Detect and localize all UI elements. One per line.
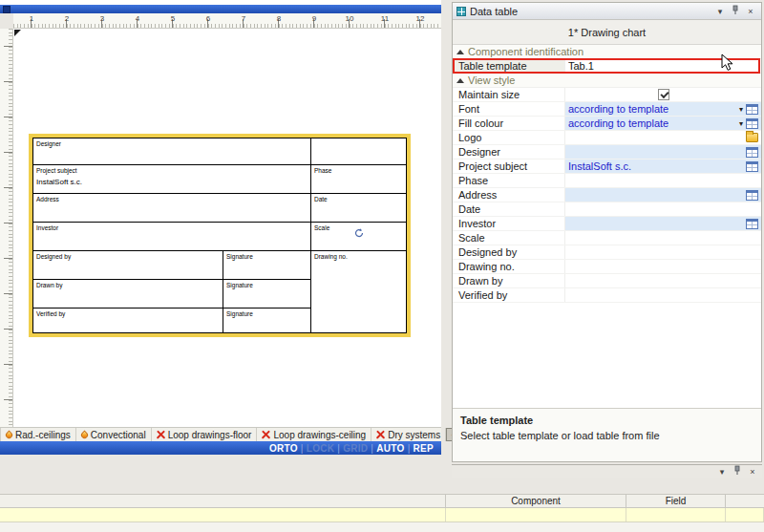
footer-description: Select table template or load table from… [460, 430, 753, 441]
ruler-number: 2 [57, 14, 76, 23]
property-value-designer[interactable] [565, 145, 761, 159]
column-header-blank [0, 495, 446, 507]
collapse-triangle-icon [456, 78, 464, 83]
property-value-scale[interactable] [565, 231, 761, 245]
table-row[interactable] [0, 508, 764, 522]
property-value-phase[interactable] [565, 174, 761, 187]
drawing-chart-object[interactable]: Designer Project subject InstalSoft s.c.… [29, 134, 411, 337]
section-header-view-style[interactable]: View style [453, 74, 761, 88]
section-header-component-identification[interactable]: Component identification [453, 45, 761, 59]
property-value-address[interactable] [565, 188, 761, 202]
chart-label: Signature [226, 310, 308, 318]
table-edit-icon[interactable] [746, 104, 758, 115]
ruler-number: 6 [199, 14, 218, 23]
status-toggle-rep[interactable]: REP [414, 443, 434, 454]
footer-title: Table template [460, 415, 753, 426]
property-row-logo: Logo [453, 131, 761, 145]
chart-cell-drawing-no: Drawing no. [311, 251, 406, 332]
toolbar-icon[interactable] [3, 6, 11, 13]
property-label: Drawn by [453, 274, 565, 287]
property-value-drawing-no[interactable] [565, 260, 761, 273]
panel-pin-icon[interactable] [729, 5, 742, 18]
chart-label: Verified by [36, 310, 220, 318]
property-value-font[interactable]: according to template▾ [565, 102, 761, 116]
tab-dry-systems[interactable]: Dry systems [371, 428, 446, 441]
property-value-verified-by[interactable] [565, 288, 761, 302]
maintain-size-checkbox[interactable] [658, 89, 669, 100]
separator: | [337, 443, 340, 454]
chart-label: Signature [226, 282, 308, 289]
tab-loop-drawings-floor[interactable]: Loop drawings-floor [152, 428, 258, 441]
drawing-chart-table: Designer Project subject InstalSoft s.c.… [32, 138, 407, 333]
ruler-number: 7 [234, 14, 253, 23]
bottom-panel-header: ▾ × [452, 464, 762, 478]
panel-close-icon[interactable]: × [744, 6, 757, 17]
table-edit-icon[interactable] [746, 219, 758, 229]
status-toggle-grid[interactable]: GRID [343, 443, 368, 454]
bottom-panel-pin-icon[interactable] [731, 465, 744, 479]
ruler-origin-marker [14, 30, 21, 36]
flame-icon [5, 430, 14, 439]
ruler-number: 1 [22, 14, 41, 23]
property-row-scale: Scale [453, 231, 761, 245]
tab-label: Rad.-ceilings [15, 430, 71, 440]
property-row-drawing-no: Drawing no. [453, 260, 761, 274]
property-value-logo[interactable] [565, 131, 761, 144]
tab-partial[interactable] [0, 428, 1, 441]
chart-cell-designed-by: Designed by [33, 251, 223, 280]
rotate-icon[interactable] [353, 227, 365, 239]
toolbar-edge [0, 5, 441, 13]
table-cell[interactable] [446, 508, 626, 521]
property-label: Investor [453, 217, 565, 230]
status-toggle-lock[interactable]: LOCK [307, 443, 335, 454]
property-value-designed-by[interactable] [565, 245, 761, 259]
vertical-ruler [0, 29, 13, 427]
status-toggle-orto[interactable]: ORTO [269, 443, 298, 454]
property-label: Fill colour [453, 117, 565, 130]
table-edit-icon[interactable] [746, 118, 758, 129]
table-edit-icon[interactable] [746, 190, 758, 201]
table-edit-icon[interactable] [746, 161, 758, 172]
panel-menu-icon[interactable]: ▾ [713, 6, 727, 17]
property-value-maintain-size[interactable] [565, 88, 761, 101]
table-cell[interactable] [726, 508, 764, 521]
dropdown-icon[interactable]: ▾ [739, 105, 743, 114]
status-toggle-auto[interactable]: AUTO [376, 443, 404, 454]
property-value-fill-colour[interactable]: according to template▾ [565, 117, 761, 130]
separator: | [371, 443, 373, 454]
chart-label: Project subject [36, 167, 308, 175]
open-folder-icon[interactable] [746, 133, 758, 142]
tab-convectional[interactable]: Convectional [76, 428, 152, 441]
chart-cell-address: Address [33, 194, 311, 223]
tab-loop-drawings-ceiling[interactable]: Loop drawings-ceiling [257, 428, 371, 441]
property-label: Date [453, 202, 565, 216]
table-cell[interactable] [626, 508, 726, 521]
property-row-investor: Investor [453, 217, 761, 231]
separator: | [301, 443, 304, 454]
property-value-investor[interactable] [565, 217, 761, 230]
ruler-number: 4 [128, 14, 147, 23]
column-header-component: Component [446, 495, 626, 507]
chart-label: Address [36, 196, 308, 203]
bottom-panel-close-icon[interactable]: × [746, 466, 759, 478]
tab-rad-ceilings[interactable]: Rad.-ceilings [1, 428, 76, 441]
panel-subtitle: 1* Drawing chart [453, 20, 761, 45]
panel-header: Data table ▾ × [453, 3, 761, 20]
property-value-project-subject[interactable]: InstalSoft s.c. [565, 160, 761, 173]
chart-label: Drawing no. [314, 253, 403, 261]
dropdown-icon[interactable]: ▾ [739, 119, 743, 128]
mouse-cursor [721, 53, 734, 73]
table-edit-icon[interactable] [746, 147, 758, 158]
property-value-drawn-by[interactable] [565, 274, 761, 287]
property-value-date[interactable] [565, 202, 761, 216]
chart-value: InstalSoft s.c. [36, 178, 308, 186]
bottom-panel-menu-icon[interactable]: ▾ [715, 466, 729, 478]
property-row-designer: Designer [453, 145, 761, 160]
tab-label: Loop drawings-floor [168, 430, 252, 440]
table-cell[interactable] [0, 508, 446, 521]
chart-label: Designed by [36, 253, 220, 261]
property-value-text: InstalSoft s.c. [568, 160, 631, 172]
property-value-text: according to template [568, 117, 668, 129]
chart-cell-verified-by: Verified by [33, 309, 223, 332]
property-row-fill-colour: Fill colouraccording to template▾ [453, 117, 761, 131]
